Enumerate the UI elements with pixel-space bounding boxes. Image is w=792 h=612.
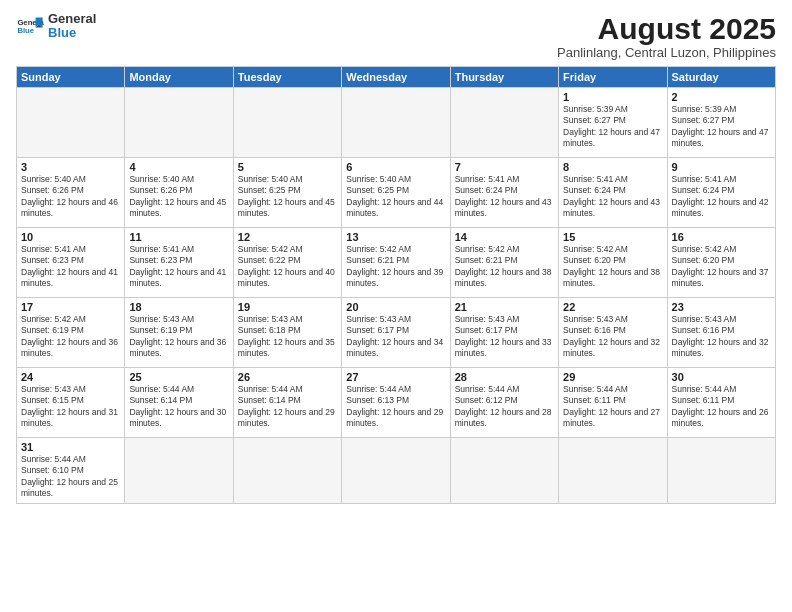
svg-text:Blue: Blue (17, 26, 34, 35)
day-number: 16 (672, 231, 771, 243)
day-number: 1 (563, 91, 662, 103)
day-number: 13 (346, 231, 445, 243)
table-row (559, 438, 667, 504)
day-number: 26 (238, 371, 337, 383)
day-number: 25 (129, 371, 228, 383)
calendar-header-row: Sunday Monday Tuesday Wednesday Thursday… (17, 67, 776, 88)
table-row: 9Sunrise: 5:41 AMSunset: 6:24 PMDaylight… (667, 158, 775, 228)
day-number: 8 (563, 161, 662, 173)
day-info: Sunrise: 5:43 AMSunset: 6:16 PMDaylight:… (563, 314, 662, 360)
day-info: Sunrise: 5:41 AMSunset: 6:24 PMDaylight:… (455, 174, 554, 220)
day-info: Sunrise: 5:40 AMSunset: 6:25 PMDaylight:… (238, 174, 337, 220)
table-row: 4Sunrise: 5:40 AMSunset: 6:26 PMDaylight… (125, 158, 233, 228)
day-info: Sunrise: 5:40 AMSunset: 6:26 PMDaylight:… (21, 174, 120, 220)
day-info: Sunrise: 5:44 AMSunset: 6:11 PMDaylight:… (672, 384, 771, 430)
table-row (17, 88, 125, 158)
day-info: Sunrise: 5:42 AMSunset: 6:20 PMDaylight:… (563, 244, 662, 290)
day-number: 5 (238, 161, 337, 173)
day-number: 30 (672, 371, 771, 383)
day-info: Sunrise: 5:42 AMSunset: 6:20 PMDaylight:… (672, 244, 771, 290)
day-number: 19 (238, 301, 337, 313)
table-row: 22Sunrise: 5:43 AMSunset: 6:16 PMDayligh… (559, 298, 667, 368)
day-info: Sunrise: 5:43 AMSunset: 6:16 PMDaylight:… (672, 314, 771, 360)
table-row (233, 88, 341, 158)
table-row: 23Sunrise: 5:43 AMSunset: 6:16 PMDayligh… (667, 298, 775, 368)
table-row: 18Sunrise: 5:43 AMSunset: 6:19 PMDayligh… (125, 298, 233, 368)
day-number: 6 (346, 161, 445, 173)
day-number: 14 (455, 231, 554, 243)
day-number: 22 (563, 301, 662, 313)
table-row: 29Sunrise: 5:44 AMSunset: 6:11 PMDayligh… (559, 368, 667, 438)
day-info: Sunrise: 5:43 AMSunset: 6:17 PMDaylight:… (455, 314, 554, 360)
table-row: 1Sunrise: 5:39 AMSunset: 6:27 PMDaylight… (559, 88, 667, 158)
day-info: Sunrise: 5:44 AMSunset: 6:11 PMDaylight:… (563, 384, 662, 430)
day-info: Sunrise: 5:42 AMSunset: 6:22 PMDaylight:… (238, 244, 337, 290)
day-number: 24 (21, 371, 120, 383)
day-number: 15 (563, 231, 662, 243)
table-row: 2Sunrise: 5:39 AMSunset: 6:27 PMDaylight… (667, 88, 775, 158)
day-number: 17 (21, 301, 120, 313)
header: General Blue General Blue August 2025 Pa… (16, 12, 776, 60)
calendar-week-row: 24Sunrise: 5:43 AMSunset: 6:15 PMDayligh… (17, 368, 776, 438)
table-row: 17Sunrise: 5:42 AMSunset: 6:19 PMDayligh… (17, 298, 125, 368)
day-info: Sunrise: 5:44 AMSunset: 6:14 PMDaylight:… (238, 384, 337, 430)
table-row: 7Sunrise: 5:41 AMSunset: 6:24 PMDaylight… (450, 158, 558, 228)
table-row: 27Sunrise: 5:44 AMSunset: 6:13 PMDayligh… (342, 368, 450, 438)
day-info: Sunrise: 5:41 AMSunset: 6:23 PMDaylight:… (129, 244, 228, 290)
day-info: Sunrise: 5:44 AMSunset: 6:10 PMDaylight:… (21, 454, 120, 500)
calendar-week-row: 10Sunrise: 5:41 AMSunset: 6:23 PMDayligh… (17, 228, 776, 298)
day-number: 28 (455, 371, 554, 383)
table-row: 13Sunrise: 5:42 AMSunset: 6:21 PMDayligh… (342, 228, 450, 298)
calendar-table: Sunday Monday Tuesday Wednesday Thursday… (16, 66, 776, 504)
day-number: 2 (672, 91, 771, 103)
table-row: 30Sunrise: 5:44 AMSunset: 6:11 PMDayligh… (667, 368, 775, 438)
table-row: 15Sunrise: 5:42 AMSunset: 6:20 PMDayligh… (559, 228, 667, 298)
day-info: Sunrise: 5:43 AMSunset: 6:19 PMDaylight:… (129, 314, 228, 360)
day-number: 27 (346, 371, 445, 383)
calendar-week-row: 3Sunrise: 5:40 AMSunset: 6:26 PMDaylight… (17, 158, 776, 228)
table-row: 12Sunrise: 5:42 AMSunset: 6:22 PMDayligh… (233, 228, 341, 298)
day-info: Sunrise: 5:40 AMSunset: 6:26 PMDaylight:… (129, 174, 228, 220)
day-number: 4 (129, 161, 228, 173)
table-row: 5Sunrise: 5:40 AMSunset: 6:25 PMDaylight… (233, 158, 341, 228)
day-info: Sunrise: 5:43 AMSunset: 6:15 PMDaylight:… (21, 384, 120, 430)
day-info: Sunrise: 5:41 AMSunset: 6:24 PMDaylight:… (672, 174, 771, 220)
logo-general-text: General (48, 12, 96, 26)
table-row (342, 438, 450, 504)
table-row: 19Sunrise: 5:43 AMSunset: 6:18 PMDayligh… (233, 298, 341, 368)
col-sunday: Sunday (17, 67, 125, 88)
calendar-page: General Blue General Blue August 2025 Pa… (0, 0, 792, 612)
logo-icon: General Blue (16, 12, 44, 40)
day-number: 23 (672, 301, 771, 313)
day-info: Sunrise: 5:42 AMSunset: 6:21 PMDaylight:… (346, 244, 445, 290)
day-number: 29 (563, 371, 662, 383)
table-row: 24Sunrise: 5:43 AMSunset: 6:15 PMDayligh… (17, 368, 125, 438)
table-row (450, 438, 558, 504)
day-info: Sunrise: 5:43 AMSunset: 6:18 PMDaylight:… (238, 314, 337, 360)
day-number: 7 (455, 161, 554, 173)
day-number: 11 (129, 231, 228, 243)
day-number: 9 (672, 161, 771, 173)
logo-blue-text: Blue (48, 26, 96, 40)
col-thursday: Thursday (450, 67, 558, 88)
table-row: 21Sunrise: 5:43 AMSunset: 6:17 PMDayligh… (450, 298, 558, 368)
day-info: Sunrise: 5:42 AMSunset: 6:21 PMDaylight:… (455, 244, 554, 290)
logo: General Blue General Blue (16, 12, 96, 41)
day-number: 21 (455, 301, 554, 313)
day-number: 10 (21, 231, 120, 243)
day-info: Sunrise: 5:41 AMSunset: 6:23 PMDaylight:… (21, 244, 120, 290)
month-year: August 2025 (557, 12, 776, 45)
col-friday: Friday (559, 67, 667, 88)
table-row: 16Sunrise: 5:42 AMSunset: 6:20 PMDayligh… (667, 228, 775, 298)
table-row: 28Sunrise: 5:44 AMSunset: 6:12 PMDayligh… (450, 368, 558, 438)
calendar-week-row: 1Sunrise: 5:39 AMSunset: 6:27 PMDaylight… (17, 88, 776, 158)
table-row: 25Sunrise: 5:44 AMSunset: 6:14 PMDayligh… (125, 368, 233, 438)
table-row: 20Sunrise: 5:43 AMSunset: 6:17 PMDayligh… (342, 298, 450, 368)
day-info: Sunrise: 5:39 AMSunset: 6:27 PMDaylight:… (563, 104, 662, 150)
table-row: 31Sunrise: 5:44 AMSunset: 6:10 PMDayligh… (17, 438, 125, 504)
day-number: 12 (238, 231, 337, 243)
day-number: 18 (129, 301, 228, 313)
day-number: 3 (21, 161, 120, 173)
day-info: Sunrise: 5:44 AMSunset: 6:13 PMDaylight:… (346, 384, 445, 430)
table-row: 14Sunrise: 5:42 AMSunset: 6:21 PMDayligh… (450, 228, 558, 298)
